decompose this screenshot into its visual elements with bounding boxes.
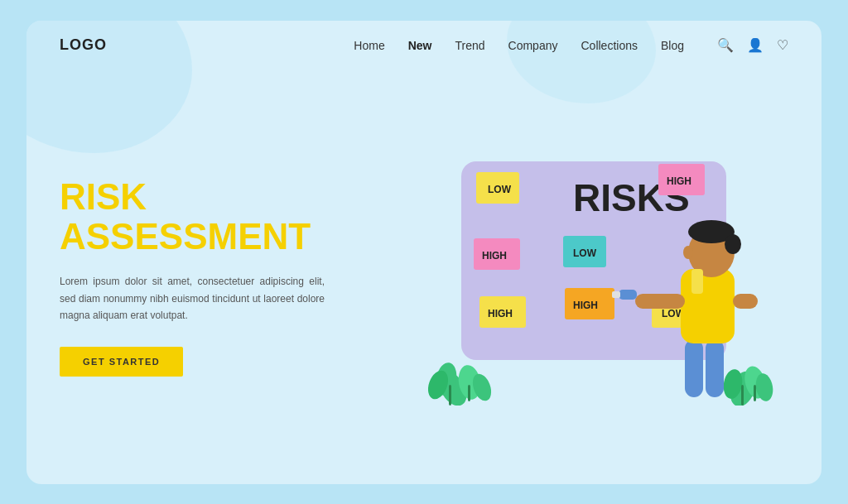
svg-rect-6	[468, 385, 470, 401]
logo: LOGO	[60, 36, 107, 54]
svg-rect-12	[754, 385, 756, 401]
nav-home[interactable]: Home	[354, 39, 384, 52]
svg-rect-28	[706, 339, 724, 397]
nav: Home New Trend Company Collections Blog	[354, 39, 684, 52]
svg-text:HIGH: HIGH	[488, 308, 513, 319]
svg-rect-35	[619, 290, 637, 300]
nav-trend[interactable]: Trend	[455, 39, 485, 52]
illustration-svg: RISKS LOW HIGH HIGH LOW	[428, 149, 776, 406]
plants-left	[428, 361, 494, 406]
svg-rect-29	[681, 269, 735, 343]
cta-button[interactable]: GET STARTED	[60, 347, 183, 377]
outer-frame: LOGO Home New Trend Company Collections …	[26, 21, 822, 484]
svg-rect-5	[449, 385, 451, 406]
header-icons: 🔍 👤 ♡	[717, 37, 788, 53]
right-panel: RISKS LOW HIGH HIGH LOW	[416, 70, 788, 484]
svg-point-33	[683, 246, 693, 259]
left-panel: RISK ASSESSMENT Lorem ipsum dolor sit am…	[60, 177, 416, 377]
heart-icon[interactable]: ♡	[777, 37, 788, 53]
nav-new[interactable]: New	[408, 39, 432, 52]
svg-rect-36	[612, 291, 620, 298]
svg-text:HIGH: HIGH	[573, 300, 598, 311]
header: LOGO Home New Trend Company Collections …	[26, 21, 822, 70]
svg-point-32	[725, 234, 741, 254]
svg-text:LOW: LOW	[573, 247, 597, 259]
svg-text:LOW: LOW	[488, 184, 512, 195]
hero-description: Lorem ipsum dolor sit amet, consectetuer…	[60, 273, 325, 324]
nav-blog[interactable]: Blog	[661, 39, 684, 52]
svg-rect-34	[635, 294, 685, 309]
plants-right	[721, 363, 775, 405]
illustration-wrapper: RISKS LOW HIGH HIGH LOW	[428, 149, 776, 406]
search-icon[interactable]: 🔍	[717, 37, 734, 53]
nav-collections[interactable]: Collections	[581, 39, 637, 52]
svg-rect-38	[691, 269, 703, 294]
svg-text:HIGH: HIGH	[667, 175, 691, 187]
main-content: RISK ASSESSMENT Lorem ipsum dolor sit am…	[26, 70, 822, 484]
svg-rect-37	[733, 294, 758, 309]
hero-title: RISK ASSESSMENT	[60, 177, 399, 257]
svg-rect-11	[741, 385, 744, 406]
user-icon[interactable]: 👤	[747, 37, 764, 53]
nav-company[interactable]: Company	[508, 39, 558, 52]
svg-rect-27	[685, 339, 703, 397]
svg-text:HIGH: HIGH	[482, 250, 507, 262]
